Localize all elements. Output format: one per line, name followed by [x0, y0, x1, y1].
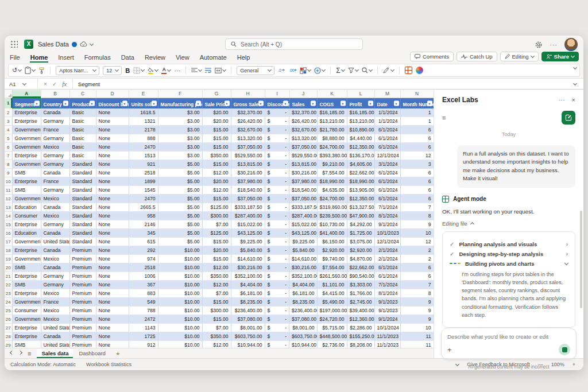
cell[interactable]: $37,980.00	[231, 177, 265, 186]
paste-button[interactable]	[25, 67, 35, 74]
settings-gear-icon[interactable]	[535, 41, 543, 49]
cell[interactable]: $12,350.00	[347, 195, 374, 203]
table-header-cell[interactable]: Discount band▾	[96, 98, 129, 108]
cell[interactable]: $12.00	[202, 186, 231, 195]
cell[interactable]: $-	[265, 169, 290, 177]
editing-mode-button[interactable]: Editing	[500, 52, 539, 61]
cell[interactable]: Enterprise	[12, 117, 41, 126]
cell[interactable]: 345	[129, 229, 158, 238]
cell[interactable]: Premium	[69, 263, 96, 272]
filter-button-icon[interactable]: ▾	[34, 100, 40, 106]
cell[interactable]: $-	[265, 108, 290, 117]
cell[interactable]: $10,944.00	[289, 341, 317, 348]
cell[interactable]: $10.00	[158, 324, 202, 332]
cell[interactable]: $39,400.00	[347, 306, 374, 315]
cell[interactable]: $37,980.00	[289, 177, 317, 186]
cell[interactable]: $10.00	[158, 246, 202, 255]
row-header-8[interactable]: 8	[5, 160, 12, 169]
cell[interactable]: None	[96, 220, 129, 229]
more-formatting-icon[interactable]: ···	[174, 67, 180, 74]
cell[interactable]: $8,880.00	[317, 134, 347, 143]
cell[interactable]: $7.00	[202, 220, 231, 229]
app-launcher-icon[interactable]	[10, 40, 18, 48]
cell[interactable]: 1618.5	[129, 108, 158, 117]
calc-mode-label[interactable]: Calculation Mode: Automatic	[10, 362, 76, 367]
cell[interactable]: $15.00	[202, 143, 231, 152]
number-format-select[interactable]: General	[237, 66, 274, 75]
cell[interactable]: 6	[400, 272, 434, 281]
cell[interactable]: $16,185.00	[347, 108, 374, 117]
cell[interactable]: $-	[265, 160, 290, 169]
filter-button-icon[interactable]: ▾	[63, 100, 68, 106]
comments-button[interactable]: Comments	[410, 52, 454, 61]
cell[interactable]: 9/1/2023	[374, 306, 400, 315]
cell[interactable]: $10.00	[158, 281, 202, 289]
cell[interactable]: $-	[265, 203, 290, 212]
workbook-stats-label[interactable]: Workbook Statistics	[86, 362, 131, 367]
row-header-27[interactable]: 27	[5, 324, 12, 332]
cell[interactable]: Basic	[69, 126, 96, 134]
cell[interactable]: $1,725.00	[347, 229, 374, 238]
cell[interactable]: $529,550.00	[231, 152, 265, 160]
cell[interactable]: $32,670.00	[231, 126, 265, 134]
col-header-A[interactable]: A	[12, 90, 41, 98]
cell[interactable]: $22,662.00	[347, 263, 374, 272]
col-header-M[interactable]: M	[374, 90, 400, 98]
row-header-1[interactable]: 1	[5, 98, 12, 108]
table-header-cell[interactable]: Profit▾	[347, 98, 374, 108]
cell[interactable]: Basic	[69, 152, 96, 160]
cell[interactable]: Canada	[41, 203, 69, 212]
cell[interactable]: $300.00	[202, 306, 231, 315]
cell[interactable]: $6,150.00	[317, 238, 347, 246]
next-sheet-icon[interactable]	[18, 351, 22, 355]
cell[interactable]: Standard	[69, 169, 96, 177]
cell[interactable]: 9	[400, 315, 434, 324]
cell[interactable]: $239,500.00	[317, 212, 347, 220]
cell[interactable]: $350.00	[202, 332, 231, 341]
sheet-list-icon[interactable]: ≡	[28, 350, 31, 357]
find-button[interactable]	[362, 67, 372, 73]
cell[interactable]: Mexico	[41, 289, 69, 298]
cell[interactable]: 6	[400, 186, 434, 195]
cell[interactable]: $10.00	[158, 272, 202, 281]
cell[interactable]: $-	[265, 341, 290, 348]
chat-input[interactable]: Describe what you'd like to create or ed…	[441, 328, 577, 360]
cell[interactable]: $603,750.00	[289, 332, 317, 341]
cell[interactable]: None	[96, 341, 129, 348]
cell[interactable]: 6/1/2024	[374, 263, 400, 272]
cell[interactable]: Consumer	[12, 212, 41, 220]
cell[interactable]: $43,125.00	[231, 229, 265, 238]
cell[interactable]: $236,400.00	[289, 306, 317, 315]
cell[interactable]: $197,000.00	[317, 306, 347, 315]
cell[interactable]: $9,740.00	[317, 255, 347, 263]
cell[interactable]: None	[96, 315, 129, 324]
cell[interactable]: 6	[400, 126, 434, 134]
cell[interactable]: Government	[12, 126, 41, 134]
cell[interactable]: 888	[129, 134, 158, 143]
cell[interactable]: Premium	[69, 306, 96, 315]
row-header-19[interactable]: 19	[5, 255, 12, 263]
cell[interactable]: $8,208.00	[347, 341, 374, 348]
menu-formulas[interactable]: Formulas	[84, 53, 111, 63]
cell[interactable]: 788	[129, 306, 158, 315]
cell[interactable]: SMB	[12, 341, 41, 348]
cell[interactable]: Standard	[69, 229, 96, 238]
cell[interactable]: Enterprise	[12, 332, 41, 341]
cell[interactable]: $393,380.00	[317, 152, 347, 160]
cell[interactable]: $26,420.00	[231, 117, 265, 126]
cell[interactable]: 9/1/2024	[374, 220, 400, 229]
cell[interactable]: $5.00	[158, 203, 202, 212]
cell[interactable]: $4,292.00	[347, 220, 374, 229]
cell[interactable]: Government	[12, 315, 41, 324]
cell[interactable]: $15.00	[202, 126, 231, 134]
cell[interactable]: $-	[265, 272, 290, 281]
cell[interactable]: 883	[129, 289, 158, 298]
filter-button-icon[interactable]: ▾	[283, 100, 288, 106]
row-header-25[interactable]: 25	[5, 306, 12, 315]
cell[interactable]: Premium	[69, 324, 96, 332]
cell[interactable]: $287,400.00	[231, 212, 265, 220]
cell[interactable]: 921	[129, 160, 158, 169]
cell[interactable]: $4,415.00	[317, 289, 347, 298]
table-header-cell[interactable]: COGS▾	[317, 98, 347, 108]
cell[interactable]: 6/1/2024	[374, 186, 400, 195]
